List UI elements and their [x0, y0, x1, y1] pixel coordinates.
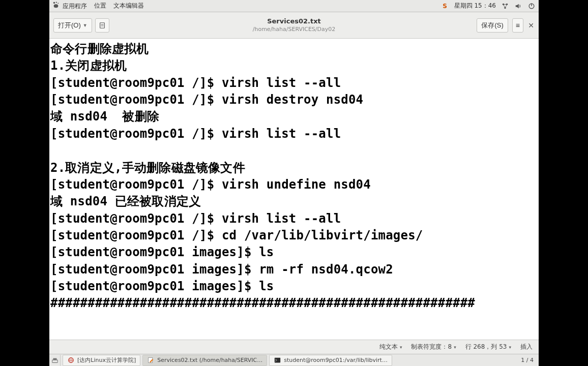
editor-window: 打开(O) ▼ Services02.txt /home/haha/SERVIC… — [49, 12, 539, 354]
hamburger-icon: ≡ — [516, 22, 520, 29]
gnome-foot-icon — [52, 1, 60, 8]
workspace-pager[interactable]: 1 / 4 — [521, 357, 539, 363]
task-item-gedit[interactable]: Services02.txt (/home/haha/SERVIC… — [142, 355, 267, 366]
power-icon[interactable] — [527, 2, 536, 10]
svg-rect-18 — [275, 358, 280, 363]
show-desktop-icon — [51, 357, 58, 364]
syntax-dropdown[interactable]: 纯文本▾ — [379, 343, 402, 351]
clock[interactable]: 星期四 15：46 — [454, 2, 496, 10]
svg-rect-9 — [100, 22, 104, 28]
editor-statusbar: 纯文本▾ 制表符宽度：8▾ 行 268，列 53▾ 插入 — [49, 340, 539, 354]
text-editor-menu[interactable]: 文本编辑器 — [113, 2, 144, 10]
network-icon[interactable] — [501, 2, 509, 10]
tabwidth-dropdown[interactable]: 制表符宽度：8▾ — [411, 343, 456, 351]
chevron-down-icon: ▼ — [83, 23, 87, 28]
save-button[interactable]: 保存(S) — [477, 18, 508, 33]
task-label: [达内Linux云计算学院] — [77, 356, 136, 364]
svg-point-3 — [54, 4, 58, 8]
applications-menu[interactable]: 应用程序 — [52, 1, 87, 11]
close-button[interactable]: ✕ — [527, 22, 535, 29]
svg-rect-13 — [53, 358, 56, 360]
gedit-icon — [147, 357, 154, 364]
new-tab-button[interactable] — [95, 18, 109, 33]
top-panel: 应用程序 位置 文本编辑器 S 星期四 15：46 — [49, 0, 539, 12]
editor-header: 打开(O) ▼ Services02.txt /home/haha/SERVIC… — [49, 12, 539, 39]
insert-mode[interactable]: 插入 — [520, 343, 533, 351]
chevron-down-icon: ▾ — [400, 345, 402, 350]
svg-point-0 — [53, 2, 55, 4]
editor-text[interactable]: 命令行删除虚拟机 1.关闭虚拟机 [student@room9pc01 /]$ … — [50, 41, 538, 312]
places-menu[interactable]: 位置 — [94, 2, 106, 10]
browser-icon — [67, 357, 74, 364]
volume-icon[interactable] — [514, 2, 522, 10]
task-label: student@room9pc01:/var/lib/libvirt… — [284, 357, 388, 363]
svg-point-2 — [57, 3, 58, 4]
svg-rect-12 — [52, 360, 57, 362]
file-path: /home/haha/SERVICES/Day02 — [253, 26, 336, 33]
svg-point-1 — [56, 2, 57, 3]
editor-body[interactable]: 命令行删除虚拟机 1.关闭虚拟机 [student@room9pc01 /]$ … — [49, 39, 539, 340]
task-label: Services02.txt (/home/haha/SERVIC… — [157, 357, 262, 363]
file-title: Services02.txt — [253, 17, 336, 26]
task-item-browser[interactable]: [达内Linux云计算学院] — [63, 355, 140, 366]
taskbar: [达内Linux云计算学院] Services02.txt (/home/hah… — [49, 354, 539, 366]
hamburger-menu-button[interactable]: ≡ — [512, 18, 523, 33]
close-icon: ✕ — [528, 22, 534, 29]
terminal-icon — [274, 357, 281, 364]
open-button[interactable]: 打开(O) ▼ — [53, 18, 92, 33]
document-icon — [99, 22, 106, 29]
wps-tray-icon[interactable]: S — [441, 2, 449, 10]
task-item-terminal[interactable]: student@room9pc01:/var/lib/libvirt… — [269, 355, 392, 366]
title-area: Services02.txt /home/haha/SERVICES/Day02 — [253, 17, 336, 33]
chevron-down-icon: ▾ — [454, 345, 456, 350]
linecol-indicator[interactable]: 行 268，列 53▾ — [465, 343, 511, 351]
show-desktop-button[interactable] — [49, 355, 61, 366]
chevron-down-icon: ▾ — [509, 345, 511, 350]
